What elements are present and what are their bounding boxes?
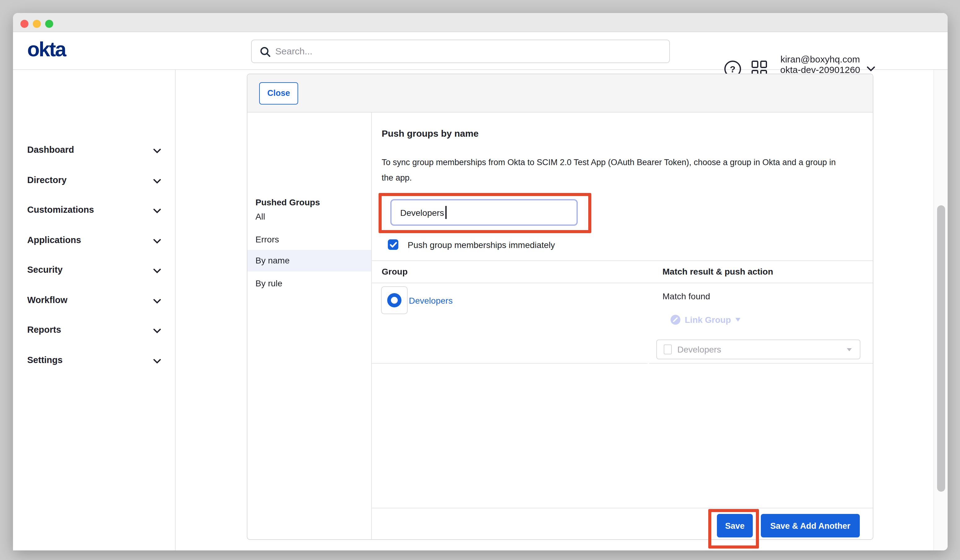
window-titlebar <box>13 13 948 32</box>
sidebar-item-workflow[interactable]: Workflow <box>13 290 175 311</box>
chevron-down-icon <box>154 269 161 274</box>
sidebar-item-label: Reports <box>27 325 61 334</box>
group-icon <box>387 293 402 307</box>
link-target-value: Developers <box>677 344 721 354</box>
group-name-input[interactable] <box>390 199 578 226</box>
grid-square <box>760 61 767 68</box>
sidebar-item-label: Security <box>27 265 62 275</box>
sidebar-divider <box>175 70 176 550</box>
tab-by-rule[interactable]: By rule <box>247 273 371 294</box>
search-icon <box>260 46 271 57</box>
link-group-label: Link Group <box>685 315 731 325</box>
chevron-down-icon <box>154 178 161 183</box>
sidebar-item-applications[interactable]: Applications <box>13 230 175 251</box>
dropdown-caret-icon <box>735 318 740 322</box>
scrollbar-thumb[interactable] <box>937 205 945 492</box>
sidebar-item-directory[interactable]: Directory <box>13 170 175 191</box>
account-menu[interactable]: kiran@boxyhq.com okta-dev-20901260 <box>780 54 861 75</box>
chevron-down-icon <box>154 298 161 303</box>
column-header-group: Group <box>382 267 408 277</box>
push-immediately-checkbox[interactable] <box>388 239 398 250</box>
row-border <box>649 363 873 363</box>
push-groups-panel: Close Pushed Groups All Errors By name B… <box>247 74 874 540</box>
text-cursor <box>445 206 446 219</box>
window-minimize-button[interactable] <box>33 19 41 27</box>
sidebar-item-label: Applications <box>27 235 81 245</box>
match-status: Match found <box>662 291 710 301</box>
save-button[interactable]: Save <box>717 514 753 538</box>
desktop: okta ? kiran@boxyhq.com okta-dev-2090126… <box>0 0 960 560</box>
sidebar-item-label: Workflow <box>27 295 67 305</box>
okta-logo: okta <box>27 38 66 61</box>
select-caret-icon <box>847 348 852 351</box>
sidebar-item-label: Directory <box>27 175 67 185</box>
tab-by-name[interactable]: By name <box>247 250 371 271</box>
sidebar-item-security[interactable]: Security <box>13 260 175 281</box>
window-zoom-button[interactable] <box>45 19 53 27</box>
tab-errors[interactable]: Errors <box>247 229 371 250</box>
chevron-down-icon <box>154 358 161 363</box>
column-header-match: Match result & push action <box>662 267 773 277</box>
sidebar-item-label: Settings <box>27 355 62 365</box>
table-header-border <box>371 283 873 283</box>
link-target-select[interactable]: Developers <box>656 339 861 359</box>
panel-nav-divider <box>371 112 372 539</box>
table-top-border <box>371 260 873 261</box>
save-add-another-button[interactable]: Save & Add Another <box>761 514 860 538</box>
page-title: Push groups by name <box>382 128 478 139</box>
panel-header: Close <box>247 74 873 112</box>
account-email: kiran@boxyhq.com <box>780 54 861 65</box>
chevron-down-icon <box>154 238 161 243</box>
window-close-button[interactable] <box>21 19 29 27</box>
sidebar-item-settings[interactable]: Settings <box>13 350 175 371</box>
chevron-down-icon <box>154 208 161 213</box>
check-icon <box>389 242 397 248</box>
scrollbar-track[interactable] <box>933 70 948 550</box>
tab-all[interactable]: All <box>247 206 371 227</box>
chevron-down-icon <box>154 149 161 154</box>
footer-border <box>371 507 873 508</box>
sidebar-item-customizations[interactable]: Customizations <box>13 200 175 221</box>
group-link[interactable]: Developers <box>409 296 453 306</box>
sidebar-item-dashboard[interactable]: Dashboard <box>13 140 175 161</box>
app-header: okta ? kiran@boxyhq.com okta-dev-2090126… <box>13 32 948 70</box>
browser-window: okta ? kiran@boxyhq.com okta-dev-2090126… <box>13 13 948 550</box>
sidebar-item-reports[interactable]: Reports <box>13 320 175 341</box>
row-border <box>371 363 648 363</box>
link-group-button[interactable]: Link Group <box>670 314 740 326</box>
grid-square <box>752 61 758 68</box>
page-description: To sync group memberships from Okta to S… <box>382 155 847 186</box>
group-icon-tile <box>381 286 408 314</box>
sidebar: Dashboard Directory Customizations Appli… <box>13 70 175 550</box>
push-immediately-label: Push group memberships immediately <box>408 240 555 250</box>
app-group-icon <box>664 344 672 354</box>
chevron-down-icon <box>154 328 161 333</box>
link-icon <box>670 315 680 325</box>
sidebar-item-label: Customizations <box>27 205 94 214</box>
sidebar-item-label: Dashboard <box>27 145 74 155</box>
global-search <box>251 39 670 63</box>
chevron-down-icon[interactable] <box>867 66 875 72</box>
close-button[interactable]: Close <box>259 82 298 104</box>
search-input[interactable] <box>275 40 659 62</box>
